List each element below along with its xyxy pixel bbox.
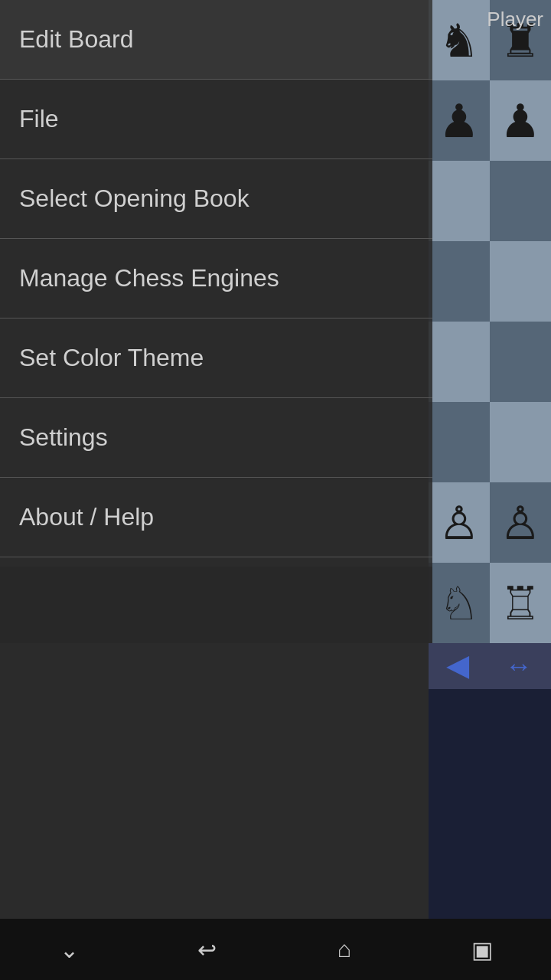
- menu-item-about-help-label: About / Help: [19, 503, 154, 531]
- chess-cell-empty-6: [490, 322, 551, 402]
- menu-item-edit-board[interactable]: Edit Board: [0, 0, 432, 80]
- bottom-nav-recents-button[interactable]: ▣: [459, 926, 505, 972]
- menu-item-about-help[interactable]: About / Help: [0, 478, 432, 557]
- bottom-nav-dropdown-button[interactable]: ⌄: [46, 926, 92, 972]
- nav-arrow-left[interactable]: ◀: [447, 650, 468, 682]
- menu-item-select-opening-book[interactable]: Select Opening Book: [0, 159, 432, 239]
- chess-cell-empty-7: [429, 402, 490, 482]
- chess-piece-pawn-black-2: ♟: [490, 80, 551, 161]
- menu-item-edit-board-label: Edit Board: [19, 25, 133, 54]
- chess-piece-rook-white: ♖: [490, 563, 551, 643]
- chess-board-background: ♞ ♜ ♟ ♟ ♙ ♙ ♘ ♖: [429, 0, 551, 643]
- menu-item-set-color-theme-label: Set Color Theme: [19, 344, 204, 372]
- menu-item-manage-chess-engines[interactable]: Manage Chess Engines: [0, 239, 432, 318]
- nav-arrow-right[interactable]: ↔: [505, 650, 533, 682]
- chess-cell-empty-8: [490, 402, 551, 482]
- menu-item-settings[interactable]: Settings: [0, 398, 432, 478]
- chess-piece-pawn-white-1: ♙: [429, 482, 490, 563]
- chess-cell-empty-2: [490, 161, 551, 241]
- chess-piece-pawn-black-1: ♟: [429, 80, 490, 161]
- menu-item-select-opening-book-label: Select Opening Book: [19, 185, 249, 213]
- menu-item-manage-chess-engines-label: Manage Chess Engines: [19, 264, 279, 292]
- menu-item-file[interactable]: File: [0, 80, 432, 159]
- player-label: Player: [487, 8, 543, 31]
- nav-arrows-panel: ◀ ↔: [429, 643, 551, 689]
- chess-piece-knight-black: ♞: [429, 0, 490, 80]
- chess-cell-empty-3: [429, 241, 490, 322]
- menu-item-file-label: File: [19, 105, 59, 133]
- chess-piece-knight-white: ♘: [429, 563, 490, 643]
- menu-list: Edit Board File Select Opening Book Mana…: [0, 0, 432, 557]
- bottom-nav-home-button[interactable]: ⌂: [321, 926, 367, 972]
- bottom-nav-back-button[interactable]: ↩: [184, 926, 230, 972]
- chess-piece-pawn-white-2: ♙: [490, 482, 551, 563]
- menu-item-settings-label: Settings: [19, 423, 108, 452]
- chess-cell-empty-1: [429, 161, 490, 241]
- chess-cell-empty-5: [429, 322, 490, 402]
- menu-item-set-color-theme[interactable]: Set Color Theme: [0, 318, 432, 398]
- bottom-navigation-bar: ⌄ ↩ ⌂ ▣: [0, 919, 551, 980]
- chess-cell-empty-4: [490, 241, 551, 322]
- empty-area: [0, 567, 432, 919]
